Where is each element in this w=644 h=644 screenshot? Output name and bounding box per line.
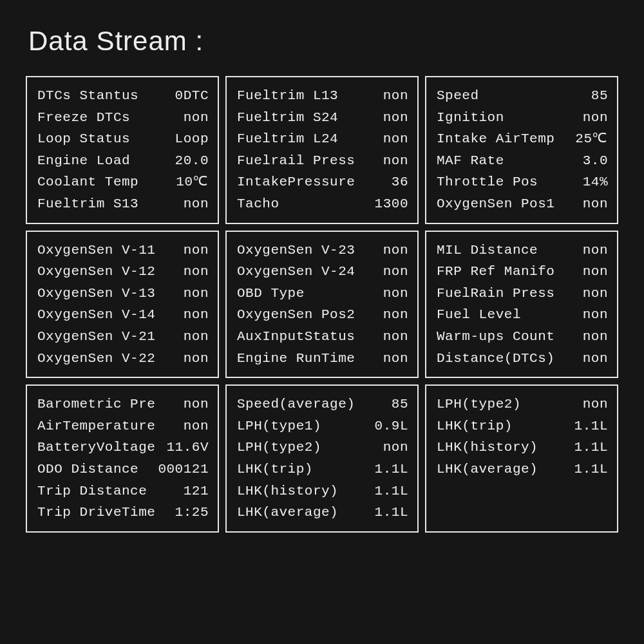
sensor-label: OxygenSen V-21 [37,326,155,348]
data-row: Speed85 [437,85,608,107]
data-row: LHK(history)1.1L [437,437,608,459]
sensor-label: Warm-ups Count [437,326,554,348]
sensor-value: non [184,107,209,129]
data-row: Fuelrail Pressnon [237,150,408,172]
data-panel: LPH(type2)nonLHK(trip)1.1LLHK(history)1.… [425,384,618,533]
sensor-label: FRP Ref Manifo [437,261,554,283]
data-row: AuxInputStatusnon [237,326,408,348]
sensor-label: AuxInputStatus [237,326,355,348]
panel-grid: DTCs Stantus0DTCFreeze DTCsnonLoop Statu… [26,76,618,533]
data-row: LHK(trip)1.1L [437,415,608,437]
sensor-label: LHK(average) [437,459,538,480]
sensor-value: non [583,261,608,283]
sensor-label: Intake AirTemp [437,128,554,150]
data-row: MIL Distancenon [437,240,608,261]
sensor-value: 1300 [375,193,408,215]
sensor-value: non [184,193,209,215]
sensor-label: OxygenSen Pos2 [237,304,355,326]
sensor-value: 11.6V [166,437,209,459]
sensor-value: non [383,128,408,150]
sensor-value: non [184,415,209,437]
sensor-label: Engine Load [37,150,130,172]
data-row: Coolant Temp10℃ [37,171,209,193]
data-row: BatteryVoltage11.6V [37,437,209,459]
sensor-value: non [184,326,209,348]
data-panel: Speed85IgnitionnonIntake AirTemp25℃MAF R… [425,76,618,224]
sensor-label: Fueltrim L24 [237,128,338,150]
data-row: OxygenSen V-21non [37,326,209,348]
sensor-value: non [184,283,209,305]
sensor-label: OBD Type [237,283,305,305]
sensor-value: non [184,348,209,370]
sensor-value: 36 [392,171,408,193]
sensor-value: non [383,107,408,129]
data-row: AirTemperaturenon [37,415,209,437]
data-row: LPH(type1)0.9L [237,415,408,437]
sensor-label: AirTemperature [37,415,155,437]
sensor-label: LHK(trip) [237,459,313,480]
data-row: OBD Typenon [237,283,408,305]
data-row: OxygenSen V-24non [237,261,408,283]
sensor-value: non [583,326,608,348]
sensor-value: 1.1L [375,459,408,480]
data-row: DTCs Stantus0DTC [37,85,209,107]
data-row: Freeze DTCsnon [37,107,209,129]
sensor-label: Speed [437,85,479,107]
sensor-value: 10℃ [176,171,209,193]
sensor-label: Fueltrim L13 [237,85,338,107]
sensor-value: 1.1L [375,480,408,502]
data-row: Trip Distance121 [37,480,209,502]
sensor-label: Trip DriveTime [37,502,155,524]
sensor-label: OxygenSen V-23 [237,240,355,261]
data-row: LHK(average)1.1L [437,459,608,480]
data-row: IntakePressure36 [237,171,408,193]
sensor-label: OxygenSen V-14 [37,304,155,326]
sensor-value: non [583,107,608,129]
data-panel: Speed(average)85LPH(type1)0.9LLPH(type2)… [225,384,419,533]
sensor-value: 0DTC [175,85,209,107]
sensor-value: 25℃ [575,128,608,150]
sensor-label: Fueltrim S13 [37,193,138,215]
sensor-value: non [383,150,408,172]
data-row: OxygenSen V-23non [237,240,408,261]
sensor-label: LPH(type2) [237,437,321,459]
sensor-label: OxygenSen V-24 [237,261,355,283]
sensor-value: 000121 [158,459,209,480]
data-row: LPH(type2)non [437,393,608,415]
sensor-label: LHK(history) [437,437,538,459]
sensor-label: LPH(type2) [437,393,521,415]
data-row: Intake AirTemp25℃ [437,128,608,150]
sensor-value: non [184,304,209,326]
data-row: Fuel Levelnon [437,304,608,326]
sensor-label: Speed(average) [237,393,355,415]
sensor-value: non [583,193,608,215]
data-stream-screen: Data Stream : DTCs Stantus0DTCFreeze DTC… [26,26,618,533]
sensor-value: 1.1L [574,459,608,480]
sensor-label: Tacho [237,193,279,215]
sensor-value: non [184,240,209,261]
sensor-value: non [383,283,408,305]
sensor-value: non [583,283,608,305]
sensor-label: Fuelrail Press [237,150,355,172]
data-row: Fueltrim L13non [237,85,408,107]
sensor-value: 85 [392,393,408,415]
data-row: FRP Ref Manifonon [437,261,608,283]
sensor-value: 1.1L [574,415,608,437]
sensor-label: Fueltrim S24 [237,107,338,129]
sensor-value: 1.1L [375,502,408,524]
data-panel: Barometric PrenonAirTemperaturenonBatter… [26,384,219,533]
sensor-label: MAF Rate [437,150,504,172]
sensor-label: OxygenSen V-13 [37,283,155,305]
data-panel: DTCs Stantus0DTCFreeze DTCsnonLoop Statu… [26,76,219,224]
data-panel: Fueltrim L13nonFueltrim S24nonFueltrim L… [225,76,419,224]
sensor-label: ODO Distance [37,459,138,480]
sensor-label: OxygenSen V-11 [37,240,155,261]
sensor-value: non [383,261,408,283]
sensor-value: non [184,393,209,415]
sensor-label: FuelRain Press [437,283,554,305]
sensor-label: Loop Status [37,128,130,150]
sensor-value: 0.9L [375,415,408,437]
sensor-value: non [383,85,408,107]
sensor-value: non [383,304,408,326]
sensor-label: Trip Distance [37,480,147,502]
